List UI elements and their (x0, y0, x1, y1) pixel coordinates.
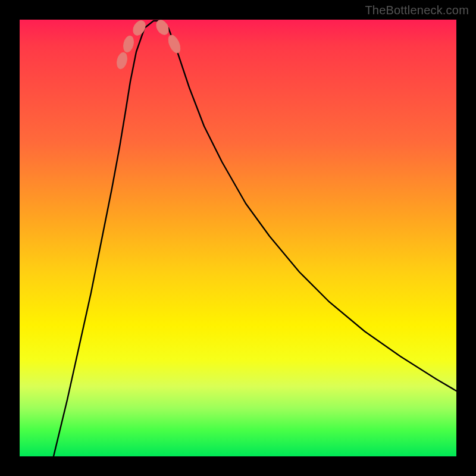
marker-trough-left (131, 18, 148, 37)
chart-frame: TheBottleneck.com (0, 0, 476, 476)
marker-left-shoulder-top (115, 51, 129, 70)
plot-area (20, 20, 456, 456)
marker-right-shoulder (166, 33, 183, 55)
bottleneck-curve (54, 21, 456, 456)
marker-left-shoulder-bottom (122, 35, 135, 53)
attribution-text: TheBottleneck.com (365, 4, 469, 17)
curve-svg (20, 20, 456, 456)
curve-markers (115, 18, 183, 70)
